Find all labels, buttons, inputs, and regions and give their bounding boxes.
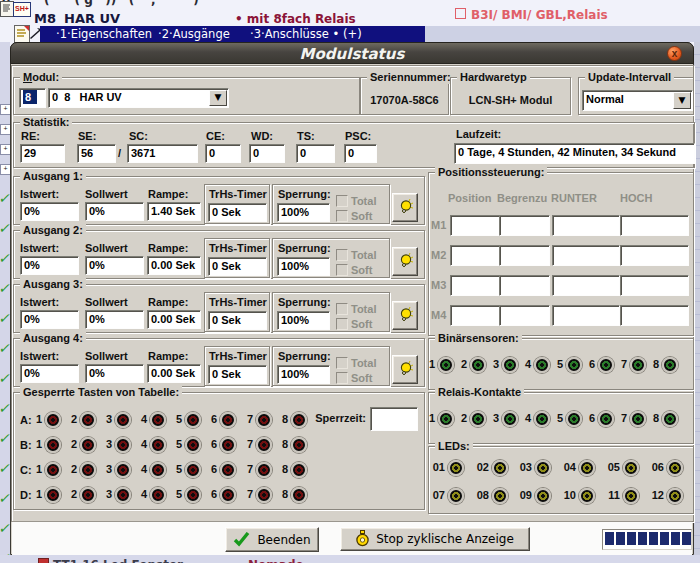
led-led-10	[579, 488, 595, 504]
binaersensor-number: 7	[608, 358, 627, 370]
pos-field-M3-1[interactable]	[499, 275, 550, 296]
bulb-icon	[396, 306, 414, 326]
tasten-D-number: 7	[234, 488, 253, 500]
pos-field-M1-3[interactable]	[620, 215, 689, 236]
led-number: 01	[426, 461, 445, 473]
sperrzeit-input[interactable]	[370, 407, 418, 431]
pos-field-M2-3[interactable]	[620, 245, 689, 266]
pos-field-M4-1[interactable]	[499, 305, 550, 326]
binaersensor-led-8	[662, 357, 678, 373]
check-icon: ✓	[0, 460, 10, 476]
close-button[interactable]: x	[667, 46, 682, 61]
soft-checkbox[interactable]	[336, 264, 348, 276]
tasten-A-number: 8	[269, 413, 288, 425]
module-note: • mit 8fach Relais	[235, 12, 356, 26]
total-checkbox[interactable]	[336, 249, 348, 261]
soft-label: Soft	[351, 264, 372, 276]
group-modul-label: Modul:	[20, 71, 62, 84]
stat-field: 0	[344, 144, 377, 163]
tree-expander-icon[interactable]: +	[0, 124, 10, 135]
sollwert-label: Sollwert	[85, 188, 128, 200]
soft-checkbox[interactable]	[336, 318, 348, 330]
tab-eigenschaften[interactable]: ·1·Eigenschaften	[56, 27, 152, 41]
chevron-down-icon[interactable]: ▼	[673, 92, 691, 109]
trhs-label: TrHs-Timer	[209, 350, 267, 362]
lamp-button-2[interactable]	[392, 247, 418, 276]
tab-anschluesse[interactable]: ·3·Anschlüsse • (+)	[250, 27, 362, 41]
pos-field-M2-0[interactable]	[450, 245, 502, 266]
dialog-titlebar[interactable]: Modulstatus x	[10, 42, 694, 64]
pos-field-M4-3[interactable]	[620, 305, 689, 326]
rampe-field: 0.00 Sek	[147, 310, 201, 329]
total-label: Total	[351, 357, 376, 369]
pos-field-M2-1[interactable]	[499, 245, 550, 266]
trhs-field: 0 Sek	[208, 311, 267, 330]
pos-row-label: M3	[431, 279, 446, 291]
check-icon: ✓	[0, 370, 10, 386]
pos-field-M2-2[interactable]	[552, 245, 620, 266]
pos-field-M3-2[interactable]	[552, 275, 620, 296]
stat-field: 56	[77, 144, 116, 163]
stat-field: 0	[296, 144, 335, 163]
sperrung-field: 100%	[277, 311, 330, 330]
lamp-button-3[interactable]	[392, 301, 418, 330]
total-checkbox[interactable]	[336, 303, 348, 315]
hardwaretyp-value: LCN-SH+ Modul	[451, 94, 570, 106]
tasten-C-number: 3	[93, 463, 112, 475]
istwert-label: Istwert:	[20, 350, 59, 362]
background-row-text: TT1 16 Led Fenster	[53, 558, 183, 563]
istwert-label: Istwert:	[20, 188, 59, 200]
soft-label: Soft	[351, 372, 372, 384]
tasten-A-number: 1	[23, 413, 42, 425]
binaersensor-number: 6	[576, 358, 595, 370]
total-checkbox[interactable]	[336, 195, 348, 207]
pos-field-M4-0[interactable]	[450, 305, 502, 326]
modul-number-input[interactable]: 8	[19, 88, 46, 108]
rampe-label: Rampe:	[148, 296, 188, 308]
stop-zyklische-anzeige-button[interactable]: Stop zyklische Anzeige	[340, 527, 530, 551]
chevron-down-icon[interactable]: ▼	[209, 90, 227, 106]
relais-number: 4	[512, 412, 531, 424]
pos-field-M3-0[interactable]	[450, 275, 502, 296]
pos-field-M1-1[interactable]	[499, 215, 550, 236]
pos-field-M1-0[interactable]	[450, 215, 502, 236]
tasten-B-number: 6	[198, 438, 217, 450]
relais-number: 7	[608, 412, 627, 424]
pos-field-M1-2[interactable]	[552, 215, 620, 236]
total-checkbox[interactable]	[336, 357, 348, 369]
pos-row-label: M1	[431, 219, 446, 231]
tree-expander-icon[interactable]: +	[0, 164, 10, 175]
trhs-label: TrHs-Timer	[209, 188, 267, 200]
soft-checkbox[interactable]	[336, 372, 348, 384]
pos-field-M4-2[interactable]	[552, 305, 620, 326]
stat-label: SC:	[129, 130, 148, 142]
tasten-D-number: 2	[58, 488, 77, 500]
module-id[interactable]: M8	[34, 11, 56, 26]
led-number: 07	[426, 489, 445, 501]
pos-field-M3-3[interactable]	[620, 275, 689, 296]
leds-label: LEDs:	[435, 440, 473, 453]
update-intervall-dropdown[interactable]: Normal▼	[582, 90, 693, 111]
soft-checkbox[interactable]	[336, 210, 348, 222]
background-bottom-row: TT1 16 Led FensterNomade	[0, 555, 700, 563]
total-label: Total	[351, 195, 376, 207]
sperrzeit-label: Sperrzeit:	[313, 412, 366, 424]
relais-number: 5	[544, 412, 563, 424]
module-name[interactable]: HAR UV	[64, 11, 120, 26]
modul-dropdown[interactable]: 0 8 HAR UV▼	[48, 88, 229, 108]
tree-expander-icon[interactable]: +	[0, 144, 10, 155]
stat-field: 0	[205, 144, 241, 163]
tasten-D-number: 4	[128, 488, 147, 500]
tasten-C-number: 7	[234, 463, 253, 475]
rampe-field: 0.00 Sek	[147, 256, 201, 275]
tab-ausgaenge[interactable]: ·2·Ausgänge	[158, 27, 230, 41]
istwert-label: Istwert:	[20, 296, 59, 308]
beenden-button[interactable]: Beenden	[225, 527, 319, 552]
tasten-C-number: 6	[198, 463, 217, 475]
tree-expander-icon[interactable]: +	[0, 104, 10, 115]
sperrung-label: Sperrung:	[278, 242, 331, 254]
sperrung-field: 100%	[277, 203, 330, 222]
lamp-button-4[interactable]	[392, 355, 418, 384]
lamp-button-1[interactable]	[392, 193, 418, 222]
check-icon	[233, 532, 250, 547]
